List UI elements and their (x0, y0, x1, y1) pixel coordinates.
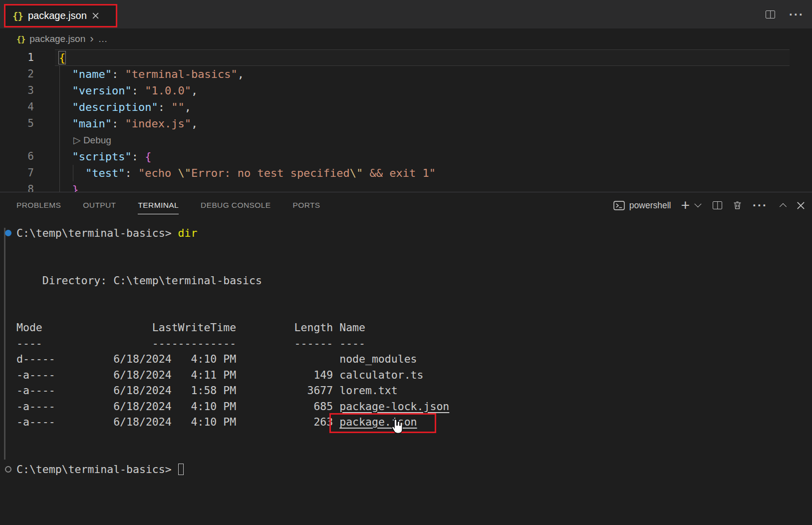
maximize-panel-icon[interactable] (781, 203, 786, 208)
tab-ports[interactable]: PORTS (292, 197, 320, 214)
breadcrumb-more[interactable]: … (98, 33, 108, 44)
tab-problems[interactable]: PROBLEMS (16, 197, 61, 214)
json-file-icon: {} (16, 34, 25, 44)
code-line: 5 "main": "index.js", (0, 115, 812, 132)
editor-actions: ··· (766, 0, 804, 28)
split-editor-icon[interactable] (766, 10, 775, 18)
indent-guide (59, 66, 60, 192)
close-tab-icon[interactable] (92, 12, 99, 19)
terminal-line: -a---- 6/18/2024 4:10 PM 263 package.jso… (16, 414, 812, 430)
close-panel-icon[interactable] (797, 201, 805, 210)
line-number: 1 (0, 49, 34, 66)
terminal-lines: C:\temp\terminal-basics> dir Directory: … (16, 225, 812, 477)
chevron-right-icon: › (90, 36, 93, 41)
code-text: "main": "index.js", (59, 115, 198, 132)
current-line-highlight (55, 49, 790, 66)
indent-guide (73, 165, 73, 181)
terminal-line (16, 241, 812, 257)
json-file-icon: {} (12, 10, 23, 21)
terminal-line (16, 304, 812, 320)
code-text: "test": "echo \"Error: no test specified… (59, 165, 436, 181)
more-actions-icon[interactable]: ··· (753, 203, 768, 208)
terminal-file-link[interactable]: package.json (339, 416, 417, 428)
shell-selector[interactable]: powershell (613, 200, 671, 211)
code-editor[interactable]: 1{2 "name": "terminal-basics",3 "version… (0, 49, 812, 192)
line-number: 7 (0, 165, 34, 181)
line-number: 2 (0, 66, 34, 82)
terminal-line: -a---- 6/18/2024 1:58 PM 3677 lorem.txt (16, 383, 812, 399)
bottom-panel: PROBLEMS OUTPUT TERMINAL DEBUG CONSOLE P… (0, 192, 812, 525)
terminal-line (16, 430, 812, 446)
terminal-line: C:\temp\terminal-basics> (16, 462, 812, 478)
terminal-icon (613, 201, 625, 210)
line-number: 3 (0, 82, 34, 99)
code-text: "description": "", (59, 99, 191, 115)
terminal-line: Mode LastWriteTime Length Name (16, 320, 812, 336)
code-text: { (59, 49, 65, 66)
tab-title: package.json (28, 10, 87, 21)
line-number: 5 (0, 115, 34, 132)
tab-output[interactable]: OUTPUT (83, 197, 116, 214)
code-line: 2 "name": "terminal-basics", (0, 66, 812, 82)
shell-label: powershell (629, 200, 671, 211)
terminal-line (16, 257, 812, 273)
terminal-cursor (178, 464, 184, 475)
terminal-line: C:\temp\terminal-basics> dir (16, 225, 812, 241)
terminal-line: -a---- 6/18/2024 4:10 PM 685 package-loc… (16, 399, 812, 415)
code-text: "version": "1.0.0", (59, 82, 198, 99)
code-text: "name": "terminal-basics", (59, 66, 244, 82)
terminal-line: Directory: C:\temp\terminal-basics (16, 273, 812, 289)
code-line: 7 "test": "echo \"Error: no test specifi… (0, 165, 812, 181)
code-line: 8 } (0, 181, 812, 192)
terminal-viewport[interactable]: C:\temp\terminal-basics> dir Directory: … (0, 224, 812, 525)
line-number: 8 (0, 181, 34, 192)
codelens-row: ▷ Debug (0, 132, 812, 148)
tab-package-json[interactable]: {} package.json (5, 4, 116, 27)
code-line: 1{ (0, 49, 812, 66)
vscode-window: {} package.json ··· {} package.json › … … (0, 0, 812, 525)
editor-tab-bar: {} package.json ··· (0, 0, 812, 28)
launch-profile-chevron-icon[interactable] (695, 203, 700, 208)
terminal-line: -a---- 6/18/2024 4:11 PM 149 calculator.… (16, 367, 812, 383)
command-decoration-icon[interactable] (5, 230, 11, 236)
terminal-line (16, 288, 812, 304)
codelens-debug-link[interactable]: ▷ Debug (73, 132, 111, 148)
terminal-toolbar: powershell + ··· (613, 200, 812, 211)
prompt-decoration-icon[interactable] (5, 466, 11, 473)
panel-tabs: PROBLEMS OUTPUT TERMINAL DEBUG CONSOLE P… (0, 197, 320, 214)
tab-terminal[interactable]: TERMINAL (138, 197, 179, 214)
code-text: } (59, 181, 79, 192)
split-terminal-icon[interactable] (713, 201, 722, 209)
command-block-guide (4, 228, 5, 460)
new-terminal-icon[interactable]: + (681, 200, 690, 210)
breadcrumb: {} package.json › … (0, 28, 812, 49)
more-actions-icon[interactable]: ··· (789, 12, 804, 17)
tab-debug-console[interactable]: DEBUG CONSOLE (201, 197, 271, 214)
line-number: 6 (0, 148, 34, 165)
panel-header: PROBLEMS OUTPUT TERMINAL DEBUG CONSOLE P… (0, 192, 812, 218)
code-line: 6 "scripts": { (0, 148, 812, 165)
terminal-line (16, 446, 812, 462)
code-text: "scripts": { (59, 148, 151, 165)
kill-terminal-icon[interactable] (733, 201, 742, 210)
terminal-line: d----- 6/18/2024 4:10 PM node_modules (16, 351, 812, 367)
terminal-line: ---- ------------- ------ ---- (16, 336, 812, 352)
code-line: 3 "version": "1.0.0", (0, 82, 812, 99)
code-line: 4 "description": "", (0, 99, 812, 115)
terminal-file-link[interactable]: package-lock.json (339, 400, 449, 413)
breadcrumb-file[interactable]: package.json (29, 33, 85, 44)
line-number: 4 (0, 99, 34, 115)
